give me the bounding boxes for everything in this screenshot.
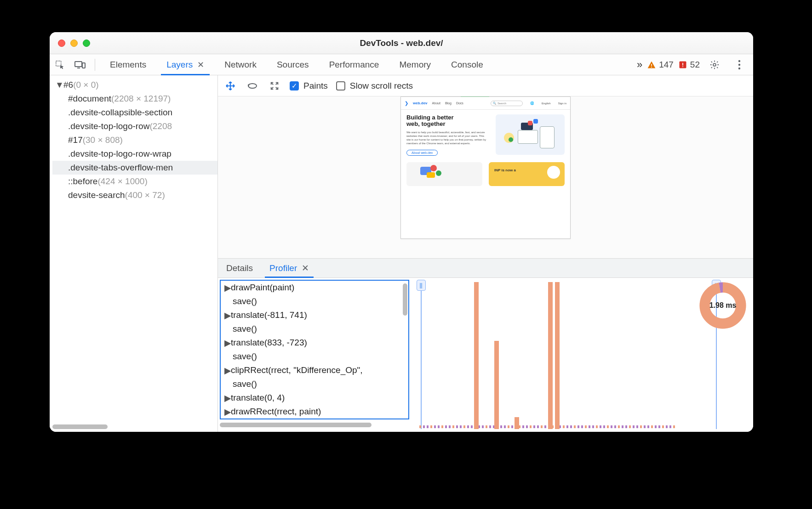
page-preview: Patterns Case studies ❯ web.dev About Bl… [400, 96, 571, 239]
layers-tree[interactable]: ▼ #6 (0 × 0) #document(2208 × 12197) .de… [50, 75, 217, 202]
grip-icon: || [417, 280, 426, 291]
settings-icon[interactable] [706, 57, 723, 73]
svg-point-11 [738, 67, 740, 69]
tree-dims: (424 × 1000) [97, 176, 147, 187]
tab-network[interactable]: Network [214, 54, 267, 75]
tab-details[interactable]: Details [218, 259, 261, 277]
lang-label: English [542, 102, 551, 105]
tree-item[interactable]: #document(2208 × 12197) [52, 92, 217, 106]
call-row[interactable]: save() [221, 377, 408, 391]
call-text: translate(0, 4) [231, 393, 285, 403]
divider [95, 59, 95, 71]
calls-scrollbar[interactable] [220, 422, 409, 428]
errors-number: 52 [690, 60, 700, 70]
globe-icon: 🌐 [530, 102, 534, 105]
layers-3d-view[interactable]: Patterns Case studies ❯ web.dev About Bl… [218, 96, 753, 258]
tab-label: Memory [399, 60, 431, 70]
card-title: INP is now a [494, 168, 516, 172]
sidebar-scrollbar[interactable] [52, 424, 212, 429]
caret-right-icon: ▶ [224, 393, 231, 403]
tree-label: ::before [68, 176, 97, 187]
hero-illustration [496, 114, 565, 155]
pan-icon[interactable] [223, 79, 237, 93]
tree-item[interactable]: ::before(424 × 1000) [52, 175, 217, 188]
tab-elements[interactable]: Elements [100, 54, 156, 75]
caret-right-icon: ▶ [224, 365, 231, 376]
call-text: save() [233, 296, 257, 306]
rotate-icon[interactable] [246, 79, 259, 93]
slow-scroll-checkbox[interactable]: ✓ Slow scroll rects [336, 81, 413, 91]
tab-memory[interactable]: Memory [389, 54, 441, 75]
tree-item[interactable]: devsite-search(400 × 72) [52, 188, 217, 202]
svg-point-8 [713, 63, 716, 66]
tree-label: .devsite-top-logo-row [68, 121, 149, 131]
bottom-panel: Details Profiler✕ ▶drawPaint(paint) save… [218, 258, 753, 432]
tree-item[interactable]: .devsite-top-logo-row-wrap [52, 147, 217, 161]
tree-dims: (2208 × 12197) [111, 94, 171, 104]
paints-checkbox[interactable]: ✓ Paints [290, 81, 328, 91]
search-box: 🔍Search [491, 101, 523, 106]
tab-layers[interactable]: Layers ✕ [156, 54, 214, 75]
close-icon[interactable]: ✕ [302, 263, 309, 273]
tree-dims: (30 × 808) [83, 135, 123, 145]
tab-sources[interactable]: Sources [267, 54, 319, 75]
svg-rect-3 [651, 64, 652, 66]
warnings-number: 147 [659, 60, 674, 70]
timeline-bar [515, 417, 519, 429]
tab-profiler[interactable]: Profiler✕ [261, 259, 317, 277]
tree-item[interactable]: .devsite-collapsible-section [52, 106, 217, 119]
call-row[interactable]: ▶translate(0, 4) [221, 391, 408, 405]
call-row[interactable]: ▶translate(833, -723) [221, 336, 408, 350]
tree-dims: (400 × 72) [125, 190, 165, 200]
call-row[interactable]: save() [221, 322, 408, 336]
checkbox-checked-icon: ✓ [290, 81, 299, 90]
minimize-window-button[interactable] [70, 40, 78, 47]
panel-body: ▼ #6 (0 × 0) #document(2208 × 12197) .de… [50, 75, 753, 432]
tree-label: #17 [68, 135, 83, 145]
svg-point-9 [738, 60, 740, 62]
tree-root[interactable]: ▼ #6 (0 × 0) [52, 78, 217, 92]
more-tabs-button[interactable]: » [637, 59, 642, 71]
scrollbar[interactable] [403, 283, 407, 316]
tab-console[interactable]: Console [441, 54, 493, 75]
call-row[interactable]: save() [221, 294, 408, 308]
kebab-menu-icon[interactable] [731, 57, 748, 73]
call-text: drawPaint(paint) [231, 283, 294, 293]
hero-cta: About web.dev [406, 150, 438, 156]
call-row[interactable]: ▶translate(-811, 741) [221, 308, 408, 322]
tab-performance[interactable]: Performance [319, 54, 389, 75]
svg-rect-1 [75, 62, 82, 67]
timeline-ticks [419, 425, 749, 429]
call-row[interactable]: ▶drawRRect(rrect, paint) [221, 405, 408, 419]
zoom-window-button[interactable] [83, 40, 90, 47]
timeline-bar [494, 341, 499, 429]
titlebar: DevTools - web.dev/ [50, 32, 753, 54]
reset-view-icon[interactable] [268, 79, 281, 93]
caret-right-icon: ▶ [224, 283, 231, 293]
tree-label: .devsite-tabs-overflow-men [68, 163, 173, 173]
close-icon[interactable]: ✕ [197, 60, 204, 70]
tree-label: .devsite-top-logo-row-wrap [68, 149, 172, 159]
call-row[interactable]: ▶drawPaint(paint) [221, 281, 408, 294]
tree-item-selected[interactable]: .devsite-tabs-overflow-men [52, 161, 217, 175]
range-handle-left[interactable]: || [421, 280, 422, 429]
call-text: translate(-811, 741) [231, 310, 307, 320]
tree-item[interactable]: #17(30 × 808) [52, 133, 217, 147]
paint-timeline[interactable]: || || 1.98 ms [414, 280, 749, 429]
call-row[interactable]: ▶clipRRect(rrect, "kDifference_Op", [221, 363, 408, 377]
card-illustration [547, 166, 560, 179]
errors-count[interactable]: 52 [678, 60, 700, 70]
paint-call-list[interactable]: ▶drawPaint(paint) save() ▶translate(-811… [220, 280, 409, 419]
tree-label: .devsite-collapsible-section [68, 107, 172, 118]
donut-total-label: 1.98 ms [699, 282, 747, 329]
warnings-count[interactable]: 147 [647, 60, 674, 70]
inspect-element-icon[interactable] [51, 57, 68, 73]
tab-label: Layers [166, 60, 193, 70]
close-window-button[interactable] [58, 40, 65, 47]
tree-item[interactable]: .devsite-top-logo-row(2208 [52, 119, 217, 133]
checkbox-label: Paints [303, 81, 328, 91]
device-toolbar-icon[interactable] [72, 57, 88, 73]
call-row[interactable]: save() [221, 350, 408, 363]
call-text: save() [233, 351, 257, 362]
caret-right-icon: ▶ [224, 407, 231, 417]
